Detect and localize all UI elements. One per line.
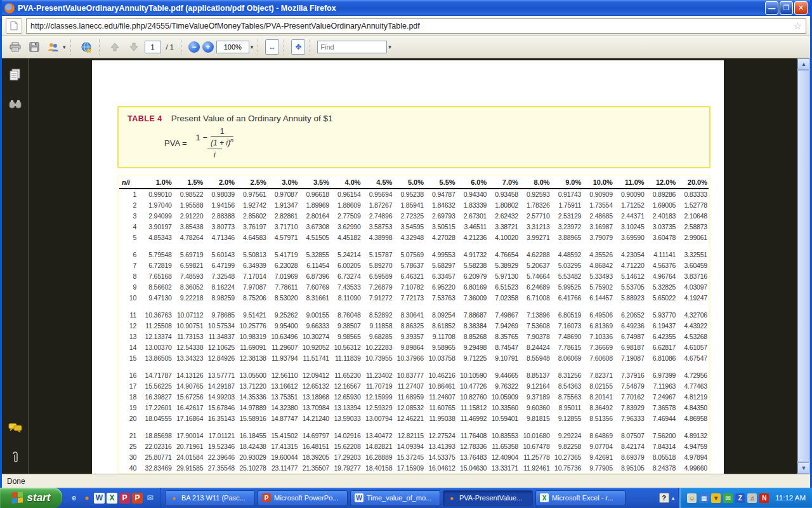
table-row: 109.471309.222188.982598.752068.530208.3…	[119, 292, 709, 303]
task-button[interactable]: WTime_value_of_mo...	[350, 490, 440, 506]
zenworks-icon[interactable]: Z	[735, 493, 745, 503]
comments-panel-icon[interactable]	[8, 420, 23, 436]
previous-page-button[interactable]	[107, 39, 123, 55]
annuity-table: n/i1.0%1.5%2.0%2.5%3.0%3.5%4.0%4.5%5.0%5…	[119, 176, 709, 473]
bookmark-star-icon[interactable]: ☆	[794, 20, 802, 32]
save-button[interactable]	[26, 39, 43, 55]
groupwise-icon[interactable]: ✉	[723, 493, 733, 503]
close-button[interactable]: ✕	[794, 1, 808, 15]
task-label: Microsoft PowerPo...	[274, 494, 338, 502]
novell-icon[interactable]: N	[759, 493, 769, 503]
start-button[interactable]: start	[0, 488, 62, 508]
collaborate-dropdown-icon[interactable]: ▾	[63, 44, 66, 50]
row-group-gap	[119, 243, 709, 249]
table-header-box: TABLE 4Present Value of an Ordinary Annu…	[117, 106, 710, 168]
pages-panel-icon[interactable]	[8, 67, 23, 83]
messenger-icon[interactable]: ☺	[687, 493, 697, 503]
restore-button[interactable]: ❐	[780, 1, 793, 15]
find-dropdown-icon[interactable]: ▾	[388, 44, 391, 50]
fit-page-button[interactable]: ✥	[291, 39, 305, 55]
table-row: 1211.2550810.9075110.5753410.257769.9540…	[119, 320, 709, 331]
formula-denominator: i	[207, 149, 222, 159]
scroll-up-icon[interactable]: ▲	[797, 58, 810, 70]
pdf-toolbar: ▾ / 1 − + 100% ▾ ↔ ✥ ▾	[2, 36, 810, 58]
task-buttons: ●BA 213 W11 (Pasc...PMicrosoft PowerPo..…	[161, 488, 655, 508]
task-label: Time_value_of_mo...	[367, 494, 431, 502]
table-row: 1110.3676310.071129.786859.514219.252629…	[119, 309, 709, 320]
fit-width-button[interactable]: ↔	[265, 39, 279, 55]
chevron-up-icon[interactable]: ▴	[672, 495, 675, 501]
scrollbar-thumb[interactable]	[797, 70, 810, 462]
ie-icon[interactable]: e	[69, 493, 79, 504]
table-row: 98.566028.360528.162247.970877.786117.60…	[119, 281, 709, 292]
print-button[interactable]	[7, 39, 23, 55]
table-row: 1614.7178714.1312613.5777113.0550012.561…	[119, 370, 709, 380]
table-row: 54.853434.782644.713464.645834.579714.51…	[119, 232, 709, 243]
table-row: 2018.0455517.1686416.3514315.5891614.877…	[119, 413, 709, 424]
firefox-window: PVA-PresentValueOrdinaryAnnuityTable.pdf…	[0, 0, 812, 488]
status-text: Done	[7, 477, 25, 486]
column-header: 12.0%	[646, 176, 678, 189]
table-caption: Present Value of an Ordinary Annuity of …	[171, 114, 333, 123]
annuity-table-panel: n/i1.0%1.5%2.0%2.5%3.0%3.5%4.0%4.5%5.0%5…	[117, 175, 710, 474]
help-icon[interactable]: ?	[659, 493, 669, 503]
table-row: 1413.0037012.5433812.1062511.6909111.296…	[119, 342, 709, 352]
url-input[interactable]: http://classes.lanecc.edu/file.php/24555…	[26, 18, 806, 34]
page-proxy-icon[interactable]	[6, 18, 22, 34]
formula-exponent: n	[230, 137, 233, 144]
display-icon[interactable]: ▦	[699, 493, 709, 503]
pva-formula: PVA = 1 − 1 (1 + i)n i	[164, 127, 700, 159]
attachments-paperclip-icon[interactable]	[8, 450, 23, 465]
table-row: 1816.3982715.6725614.9920314.3533613.753…	[119, 391, 709, 402]
taskbar-clock: 11:12 AM	[775, 494, 806, 502]
collaborate-button[interactable]	[45, 39, 62, 55]
vertical-scrollbar[interactable]: ▲ ▼	[797, 58, 810, 474]
zoom-out-button[interactable]: −	[188, 41, 200, 53]
scrollbar-track[interactable]	[797, 70, 810, 462]
zoom-level-select[interactable]: 100%	[216, 41, 249, 53]
search-binoculars-icon[interactable]	[8, 97, 23, 112]
zoom-in-button[interactable]: +	[202, 41, 214, 53]
desktop: PVA-PresentValueOrdinaryAnnuityTable.pdf…	[0, 0, 812, 508]
task-button[interactable]: PMicrosoft PowerPo...	[258, 490, 348, 506]
next-page-button[interactable]	[126, 39, 142, 55]
powerpoint-icon: P	[262, 493, 271, 502]
firefox-icon[interactable]: ●	[81, 493, 92, 504]
find-input[interactable]	[317, 41, 387, 53]
row-group-gap	[119, 424, 709, 430]
zoom-dropdown-icon[interactable]: ▾	[251, 44, 254, 50]
web-page-button[interactable]	[78, 39, 95, 55]
column-header: 2.5%	[236, 176, 268, 189]
publisher-icon[interactable]: P	[119, 493, 130, 504]
pdf-page: TABLE 4Present Value of an Ordinary Annu…	[92, 60, 724, 474]
column-header: 10.0%	[582, 176, 614, 189]
system-tray: ☺▦▼✉Z♫N 11:12 AM	[678, 488, 812, 508]
column-header: 20.0%	[677, 176, 709, 189]
antivirus-shield-icon[interactable]: ▼	[711, 493, 721, 503]
volume-icon[interactable]: ♫	[747, 493, 757, 503]
powerpoint-icon[interactable]: P	[132, 493, 143, 504]
excel-icon: X	[540, 493, 549, 502]
task-button[interactable]: ●PVA-PresentValue...	[443, 490, 533, 506]
minimize-button[interactable]: —	[765, 1, 778, 15]
firefox-icon: ●	[447, 493, 456, 502]
task-button[interactable]: XMicrosoft Excel - r...	[535, 490, 625, 506]
outlook-express-icon[interactable]: ✉	[145, 493, 155, 504]
table-row: 1715.5622514.9076514.2918713.7122013.166…	[119, 380, 709, 391]
page-number-input[interactable]	[145, 41, 161, 53]
windows-flag-icon	[12, 491, 23, 504]
task-label: BA 213 W11 (Pasc...	[181, 494, 246, 502]
pdf-sidebar	[2, 58, 29, 474]
table-row: 21.970401.955881.941561.927421.913471.89…	[119, 199, 709, 210]
row-group-gap	[119, 303, 709, 309]
scroll-down-icon[interactable]: ▼	[797, 462, 810, 474]
pdf-viewer: TABLE 4Present Value of an Ordinary Annu…	[2, 58, 810, 474]
task-button[interactable]: ●BA 213 W11 (Pasc...	[165, 490, 255, 506]
column-header: 5.0%	[393, 176, 425, 189]
firefox-icon	[4, 3, 15, 13]
table-row: 2522.0231620.7196119.5234618.4243817.413…	[119, 441, 709, 451]
table-row: 3025.8077124.0158422.3964620.9302919.600…	[119, 451, 709, 462]
word-icon[interactable]: W	[94, 493, 105, 504]
table-row: 4032.8346929.9158527.3554825.1027823.114…	[119, 462, 709, 473]
excel-icon[interactable]: X	[107, 493, 117, 504]
